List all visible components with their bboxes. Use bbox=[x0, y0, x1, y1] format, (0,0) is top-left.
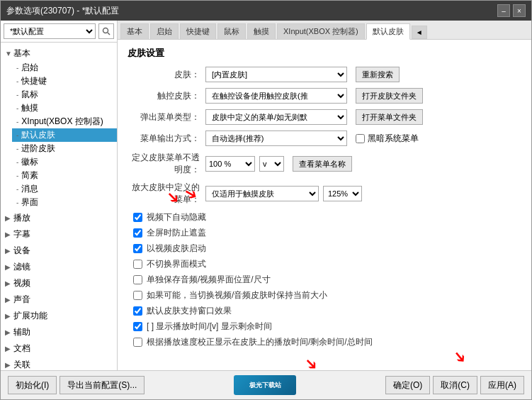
popup-menu-label: 弹出菜单类型： bbox=[128, 111, 205, 123]
sidebar-item-advanced-skin[interactable]: -进阶皮肤 bbox=[12, 142, 117, 155]
dark-menu-label[interactable]: 黑暗系统菜单 bbox=[368, 133, 419, 145]
search-button[interactable] bbox=[98, 23, 114, 39]
rescan-button[interactable]: 重新搜索 bbox=[356, 67, 400, 82]
opacity-unit-select[interactable]: v bbox=[259, 156, 284, 172]
tree-root-subtitle[interactable]: ▶ 字幕 bbox=[1, 227, 117, 242]
sidebar-item-touch[interactable]: -触摸 bbox=[12, 101, 117, 115]
tree-root-assoc[interactable]: ▶ 关联 bbox=[1, 357, 117, 370]
auto-hide-label[interactable]: 视频下自动隐藏 bbox=[147, 211, 206, 223]
menu-output-select[interactable]: 自动选择(推荐) bbox=[205, 130, 347, 146]
config-dropdown[interactable]: *默认配置 bbox=[4, 23, 96, 39]
tree-item-assist: ▶ 辅助 bbox=[1, 324, 117, 340]
bottom-bar: 初始化(I) 导出当前配置(S)... 极光下载站 确定(O) 取消(C) 应用… bbox=[1, 370, 531, 399]
tree-item-extension: ▶ 扩展功能 bbox=[1, 308, 117, 324]
show-time-label[interactable]: [ ] 显示播放时间/[v] 显示剩余时间 bbox=[147, 321, 272, 333]
tree-item-filter: ▶ 滤镜 bbox=[1, 259, 117, 275]
show-time-checkbox[interactable] bbox=[133, 322, 142, 331]
tree-item-assoc: ▶ 关联 bbox=[1, 357, 117, 370]
keep-size-checkbox[interactable] bbox=[133, 291, 142, 300]
correct-time-label[interactable]: 根据播放速度校正显示在皮肤上的播放时间/剩余时间/总时间 bbox=[147, 336, 373, 348]
minimize-button[interactable]: – bbox=[497, 4, 510, 17]
close-button[interactable]: × bbox=[513, 4, 526, 17]
sidebar-item-message[interactable]: -消息 bbox=[12, 182, 117, 196]
menu-output-row: 菜单输出方式： 自动选择(推荐) 黑暗系统菜单 bbox=[128, 130, 521, 146]
keep-size-label[interactable]: 如果可能，当切换视频/音频皮肤时保持当前大小 bbox=[147, 289, 327, 301]
export-button[interactable]: 导出当前配置(S)... bbox=[60, 376, 145, 394]
checkbox-item-2: 全屏时防止遮盖 bbox=[128, 227, 521, 239]
tab-mouse[interactable]: 鼠标 bbox=[217, 23, 246, 39]
tree-root-extension[interactable]: ▶ 扩展功能 bbox=[1, 309, 117, 323]
tab-basic[interactable]: 基本 bbox=[120, 23, 149, 39]
sidebar-item-mouse[interactable]: -鼠标 bbox=[12, 88, 117, 101]
opacity-select[interactable]: 100 % bbox=[205, 156, 255, 172]
initialize-button[interactable]: 初始化(I) bbox=[8, 376, 57, 394]
correct-time-checkbox[interactable] bbox=[133, 338, 142, 347]
tab-start[interactable]: 启始 bbox=[150, 23, 179, 39]
sidebar-item-default-skin[interactable]: -默认皮肤 bbox=[12, 128, 117, 142]
video-skin-startup-label[interactable]: 以视频皮肤启动 bbox=[147, 243, 206, 255]
tab-more-button[interactable]: ◄ bbox=[412, 26, 427, 39]
tree-item-device: ▶ 设备 bbox=[1, 243, 117, 259]
popup-menu-select[interactable]: 皮肤中定义的菜单/如无则默 bbox=[205, 109, 347, 125]
open-skin-folder-button[interactable]: 打开皮肤文件夹 bbox=[356, 88, 423, 104]
tab-touch[interactable]: 触摸 bbox=[247, 23, 276, 39]
skin-select[interactable]: [内置皮肤] bbox=[205, 67, 347, 82]
tree-root-filter[interactable]: ▶ 滤镜 bbox=[1, 260, 117, 274]
sidebar-item-badge[interactable]: -徽标 bbox=[12, 155, 117, 169]
popup-menu-row: 弹出菜单类型： 皮肤中定义的菜单/如无则默 打开菜单文件夹 bbox=[128, 109, 521, 125]
save-audio-video-pos-checkbox[interactable] bbox=[133, 275, 142, 284]
tree-item-subtitle: ▶ 字幕 bbox=[1, 226, 117, 243]
skin-label: 皮肤： bbox=[128, 69, 205, 81]
tab-default-skin[interactable]: 默认皮肤 bbox=[366, 23, 410, 40]
apply-button[interactable]: 应用(A) bbox=[480, 376, 524, 394]
sidebar-tree: ▼ 基本 -启始 -快捷键 -鼠标 -触摸 -XInput(XBOX 控制器) … bbox=[1, 43, 117, 370]
sidebar-item-xinput[interactable]: -XInput(XBOX 控制器) bbox=[12, 115, 117, 128]
no-switch-ui-label[interactable]: 不切换界面模式 bbox=[147, 258, 206, 270]
tree-root-playback[interactable]: ▶ 播放 bbox=[1, 211, 117, 226]
tree-item-audio: ▶ 声音 bbox=[1, 291, 117, 308]
checkbox-item-5: 单独保存音频/视频界面位置/尺寸 bbox=[128, 274, 521, 286]
tab-xinput[interactable]: XInput(XBOX 控制器) bbox=[277, 23, 365, 39]
auto-hide-checkbox[interactable] bbox=[133, 213, 142, 222]
tree-item-video: ▶ 视频 bbox=[1, 275, 117, 291]
sidebar-item-shortcut[interactable]: -快捷键 bbox=[12, 74, 117, 88]
window-effect-checkbox[interactable] bbox=[133, 306, 142, 316]
bottom-left: 初始化(I) 导出当前配置(S)... bbox=[8, 376, 145, 394]
tab-shortcut[interactable]: 快捷键 bbox=[180, 23, 216, 39]
touch-skin-select[interactable]: 在触控设备使用触控皮肤(推 bbox=[205, 88, 347, 104]
save-audio-video-pos-label[interactable]: 单独保存音频/视频界面位置/尺寸 bbox=[147, 274, 271, 286]
popup-menu-control: 皮肤中定义的菜单/如无则默 打开菜单文件夹 bbox=[205, 109, 423, 125]
tree-root-audio[interactable]: ▶ 声音 bbox=[1, 292, 117, 307]
main-content: *默认配置 ▼ 基本 bbox=[1, 21, 531, 370]
sidebar-item-simple[interactable]: -简素 bbox=[12, 169, 117, 182]
sidebar-header: *默认配置 bbox=[1, 21, 117, 43]
fullscreen-prevent-checkbox[interactable] bbox=[133, 228, 142, 238]
tree-root-video[interactable]: ▶ 视频 bbox=[1, 276, 117, 291]
expand-icon: ▶ bbox=[5, 345, 13, 352]
cancel-button[interactable]: 取消(C) bbox=[433, 376, 477, 394]
zoom-condition-select[interactable]: 仅适用于触摸皮肤 bbox=[205, 186, 319, 201]
tree-root-device[interactable]: ▶ 设备 bbox=[1, 243, 117, 258]
expand-icon: ▶ bbox=[5, 312, 13, 320]
tree-label-basic: 基本 bbox=[13, 48, 30, 60]
tree-item-basic: ▼ 基本 -启始 -快捷键 -鼠标 -触摸 -XInput(XBOX 控制器) … bbox=[1, 45, 117, 210]
open-menu-folder-button[interactable]: 打开菜单文件夹 bbox=[356, 109, 423, 125]
sidebar-item-ui[interactable]: -界面 bbox=[12, 196, 117, 209]
tree-root-doc[interactable]: ▶ 文档 bbox=[1, 341, 117, 356]
tree-root-basic[interactable]: ▼ 基本 bbox=[1, 46, 117, 61]
sidebar-item-start[interactable]: -启始 bbox=[12, 61, 117, 74]
view-menu-names-button[interactable]: 查看菜单名称 bbox=[293, 156, 352, 172]
fullscreen-prevent-label[interactable]: 全屏时防止遮盖 bbox=[147, 227, 206, 239]
window-title: 参数选项(230707) - *默认配置 bbox=[6, 5, 119, 17]
tree-root-assist[interactable]: ▶ 辅助 bbox=[1, 325, 117, 340]
ok-button[interactable]: 确定(O) bbox=[385, 376, 430, 394]
video-skin-startup-checkbox[interactable] bbox=[133, 244, 142, 253]
sidebar: *默认配置 ▼ 基本 bbox=[1, 21, 118, 370]
no-switch-ui-checkbox[interactable] bbox=[133, 260, 142, 269]
zoom-value-select[interactable]: 125% bbox=[323, 186, 362, 201]
window-effect-label[interactable]: 默认皮肤支持窗口效果 bbox=[147, 305, 232, 317]
dark-menu-checkbox[interactable] bbox=[356, 134, 365, 143]
search-icon bbox=[102, 27, 111, 35]
bottom-right: 确定(O) 取消(C) 应用(A) bbox=[385, 376, 524, 394]
skin-row: 皮肤： [内置皮肤] 重新搜索 bbox=[128, 67, 521, 82]
